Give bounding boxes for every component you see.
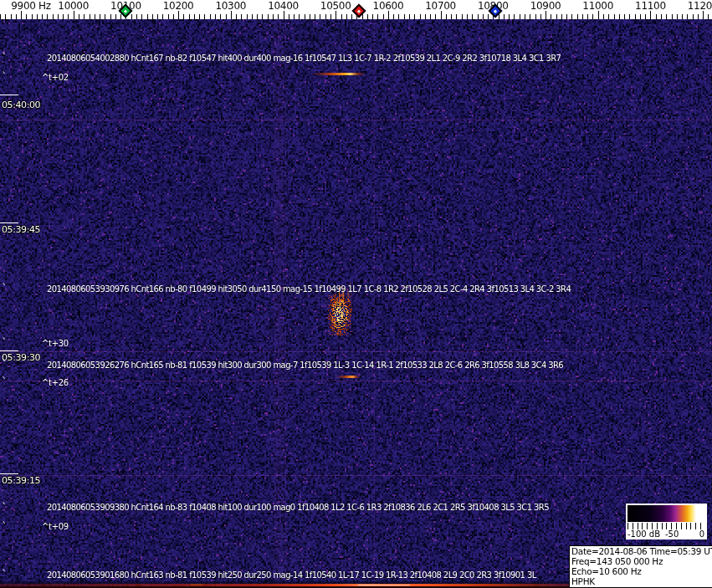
ruler-tick (79, 14, 79, 19)
ruler-tick (120, 14, 121, 19)
ruler-label: 10200 (163, 0, 194, 12)
ruler-tick (305, 14, 305, 19)
ruler-tick (199, 14, 200, 19)
ruler-tick (42, 14, 43, 19)
ruler-tick (100, 14, 100, 19)
ruler-tick (393, 14, 394, 19)
ruler-tick (414, 14, 415, 19)
ruler-tick (682, 14, 683, 19)
ruler-label: 10400 (268, 0, 299, 12)
ruler-tick (425, 14, 426, 19)
status-info-box: Date=2014-08-06 Time=05:39 UTC Freq=143 … (569, 545, 712, 588)
ruler-tick (587, 14, 588, 19)
db-color-scale: -100 dB -50 0 (626, 504, 707, 539)
ruler-tick (294, 14, 295, 19)
info-station-code: HPHK (571, 576, 712, 586)
ruler-tick (398, 14, 399, 19)
ruler-label: 10300 (215, 0, 246, 12)
ruler-tick (456, 14, 457, 19)
ruler-tick (90, 14, 90, 19)
ruler-tick (346, 14, 347, 19)
ruler-tick (351, 14, 352, 19)
color-gradient-bar (627, 505, 705, 522)
ruler-tick (499, 14, 499, 19)
ruler-tick (236, 14, 237, 19)
ruler-tick (310, 14, 310, 19)
ruler-tick (220, 14, 221, 19)
ruler-tick (178, 11, 179, 19)
ruler-tick (619, 14, 620, 19)
ruler-tick (226, 14, 227, 19)
ruler-tick (483, 14, 484, 19)
ruler-tick (257, 14, 258, 19)
ruler-tick (509, 14, 510, 19)
ruler-label: 11000 (582, 0, 613, 12)
ruler-tick (603, 14, 604, 19)
ruler-tick (278, 14, 279, 19)
ruler-tick (215, 14, 216, 19)
ruler-tick (210, 14, 211, 19)
ruler-tick (37, 14, 38, 19)
ruler-tick (467, 14, 468, 19)
ruler-label: 11100 (635, 0, 666, 12)
ruler-tick (656, 14, 657, 19)
color-scale-labels: -100 dB -50 0 (626, 529, 707, 539)
ruler-tick (409, 14, 410, 19)
ruler-tick (47, 14, 48, 19)
ruler-label: 10900 (530, 0, 561, 12)
ruler-tick (162, 14, 163, 19)
ruler-tick (677, 14, 678, 19)
ruler-tick (624, 14, 625, 19)
ruler-tick (194, 14, 195, 19)
ruler-tick (530, 14, 530, 19)
ruler-tick (430, 14, 431, 19)
ruler-tick (241, 14, 242, 19)
ruler-tick (666, 14, 667, 19)
ruler-tick (520, 14, 520, 19)
ruler-tick (95, 14, 95, 19)
ruler-tick (561, 14, 562, 19)
ruler-tick (32, 14, 33, 19)
ruler-label: 9900 Hz (11, 0, 51, 12)
ruler-tick (11, 14, 12, 19)
ruler-tick (608, 14, 609, 19)
ruler-tick (84, 14, 85, 19)
ruler-tick (672, 14, 673, 19)
ruler-tick (5, 14, 6, 19)
diamond-center-dot (357, 10, 361, 13)
ruler-tick (661, 14, 662, 19)
ruler-tick (341, 14, 342, 19)
ruler-tick (629, 14, 630, 19)
ruler-tick (708, 14, 709, 19)
ruler-tick (404, 14, 405, 19)
ruler-tick (168, 14, 169, 19)
ruler-tick (53, 14, 54, 19)
ruler-tick (273, 14, 274, 19)
ruler-tick (204, 14, 205, 19)
ruler-tick (504, 14, 505, 19)
ruler-tick (115, 14, 116, 19)
ruler-tick (388, 11, 389, 19)
ruler-tick (577, 14, 578, 19)
ruler-label: 11200 (688, 0, 712, 12)
ruler-tick (0, 14, 1, 19)
ruler-tick (535, 14, 536, 19)
ruler-tick (635, 14, 636, 19)
ruler-tick (462, 14, 463, 19)
spectrogram-display (0, 19, 712, 588)
ruler-label: 10700 (425, 0, 456, 12)
diamond-center-dot (124, 10, 127, 13)
ruler-tick (472, 14, 473, 19)
ruler-tick (231, 11, 232, 19)
ruler-tick (525, 14, 525, 19)
ruler-tick (566, 14, 567, 19)
ruler-tick (367, 14, 368, 19)
ruler-tick (645, 14, 646, 19)
ruler-tick (110, 14, 111, 19)
ruler-tick (571, 14, 572, 19)
ruler-tick (592, 14, 593, 19)
marker-red-diamond-icon[interactable] (352, 4, 366, 18)
ruler-tick (21, 11, 22, 19)
scale-label-max: 0 (699, 529, 704, 539)
ruler-tick (299, 14, 300, 19)
